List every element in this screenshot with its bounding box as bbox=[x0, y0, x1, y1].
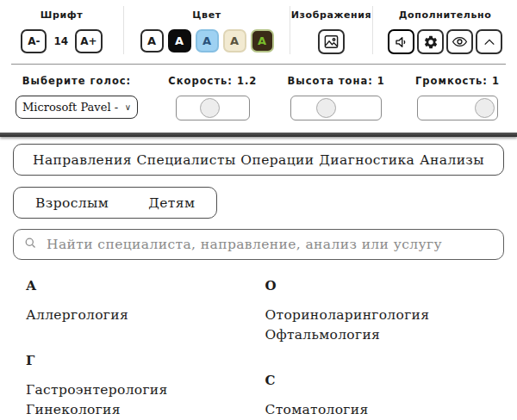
directory-group-s: С Стоматология bbox=[265, 373, 505, 420]
images-section-label: Изображения bbox=[291, 9, 372, 21]
tab-specialists[interactable]: Специалисты bbox=[137, 152, 236, 168]
color-scheme-black-button[interactable]: A bbox=[168, 29, 191, 52]
color-scheme-white-button[interactable]: A bbox=[140, 29, 164, 52]
images-section: Изображения bbox=[290, 6, 373, 54]
tab-adults[interactable]: Взрослым bbox=[35, 195, 109, 211]
color-scheme-brown-button[interactable]: A bbox=[251, 29, 274, 52]
directory-item-stomatology[interactable]: Стоматология bbox=[265, 400, 505, 420]
volume-slider[interactable] bbox=[417, 96, 498, 120]
directory-group-a: А Аллергология bbox=[26, 278, 265, 325]
group-letter: О bbox=[265, 278, 505, 293]
eye-icon bbox=[452, 34, 468, 50]
collapse-panel-button[interactable] bbox=[476, 29, 502, 54]
speech-settings-row: Выберите голос: Microsoft Pavel - ∨ Скор… bbox=[0, 65, 517, 120]
group-letter: С bbox=[265, 373, 505, 388]
search-input[interactable] bbox=[45, 236, 493, 253]
settings-button[interactable] bbox=[417, 29, 444, 54]
chevron-up-icon bbox=[482, 34, 497, 50]
tab-directions[interactable]: Направления bbox=[33, 152, 132, 168]
pitch-slider[interactable] bbox=[290, 96, 382, 120]
tab-children[interactable]: Детям bbox=[148, 195, 195, 211]
color-section-label: Цвет bbox=[192, 9, 221, 21]
directory-group-g: Г Гастроэнтерология Гинекология bbox=[26, 353, 265, 420]
search-icon bbox=[24, 237, 37, 253]
directory-item-gynecology[interactable]: Гинекология bbox=[26, 400, 265, 420]
speed-slider[interactable] bbox=[176, 96, 250, 120]
search-bar bbox=[13, 229, 504, 260]
tab-diagnostics[interactable]: Диагностика bbox=[319, 152, 414, 168]
image-icon bbox=[323, 34, 339, 50]
directory-item-allergology[interactable]: Аллергология bbox=[26, 306, 265, 325]
directory-column-left: А Аллергология Г Гастроэнтерология Гинек… bbox=[26, 278, 265, 420]
font-size-value: 14 bbox=[52, 35, 70, 47]
volume-slider-thumb[interactable] bbox=[475, 98, 495, 118]
select-caret-icon: ∨ bbox=[125, 102, 131, 112]
color-section: Цвет A A A A A bbox=[124, 6, 290, 54]
font-section-label: Шрифт bbox=[40, 9, 83, 21]
directory-column-right: О Оториноларингология Офтальмология С Ст… bbox=[265, 278, 505, 420]
speed-column: Скорость: 1.2 bbox=[168, 75, 257, 120]
group-letter: Г bbox=[26, 353, 265, 368]
main-nav-tabs: Направления Специалисты Операции Диагнос… bbox=[13, 144, 504, 176]
voice-column: Выберите голос: Microsoft Pavel - ∨ bbox=[16, 75, 138, 119]
voice-select[interactable]: Microsoft Pavel - ∨ bbox=[16, 96, 138, 119]
directory-group-o: О Оториноларингология Офтальмология bbox=[265, 278, 505, 345]
toggle-images-button[interactable] bbox=[318, 29, 345, 54]
speech-button[interactable] bbox=[388, 29, 414, 54]
extra-section-label: Дополнительно bbox=[399, 9, 492, 21]
page-content: Направления Специалисты Операции Диагнос… bbox=[0, 137, 517, 420]
voice-select-value: Microsoft Pavel - bbox=[22, 101, 118, 114]
speed-slider-thumb[interactable] bbox=[200, 98, 220, 118]
gear-icon bbox=[423, 34, 439, 50]
font-decrease-button[interactable]: A- bbox=[21, 29, 47, 53]
directory-list: А Аллергология Г Гастроэнтерология Гинек… bbox=[13, 278, 504, 420]
directory-item-otorhinolaryngology[interactable]: Оториноларингология bbox=[265, 306, 505, 325]
color-scheme-blue-button[interactable]: A bbox=[196, 29, 219, 52]
pitch-label: Высота тона: 1 bbox=[288, 75, 385, 87]
group-letter: А bbox=[26, 278, 265, 293]
accessibility-toolbar: Шрифт A- 14 A+ Цвет A A A A A Изображени… bbox=[0, 0, 517, 64]
directory-item-gastroenterology[interactable]: Гастроэнтерология bbox=[26, 380, 265, 400]
audience-tabs: Взрослым Детям bbox=[13, 187, 217, 219]
volume-label: Громкость: 1 bbox=[415, 75, 500, 87]
speaker-icon bbox=[394, 34, 409, 50]
volume-column: Громкость: 1 bbox=[415, 75, 500, 120]
font-section: Шрифт A- 14 A+ bbox=[0, 6, 124, 54]
tab-analyses[interactable]: Анализы bbox=[420, 152, 484, 168]
vision-button[interactable] bbox=[446, 29, 473, 54]
tab-operations[interactable]: Операции bbox=[240, 152, 314, 168]
color-scheme-beige-button[interactable]: A bbox=[223, 29, 246, 52]
voice-label: Выберите голос: bbox=[22, 75, 131, 87]
font-increase-button[interactable]: A+ bbox=[75, 29, 102, 53]
speed-label: Скорость: 1.2 bbox=[168, 75, 257, 87]
directory-item-ophthalmology[interactable]: Офтальмология bbox=[265, 325, 505, 345]
extra-section: Дополнительно bbox=[373, 6, 517, 54]
pitch-column: Высота тона: 1 bbox=[288, 75, 385, 120]
pitch-slider-thumb[interactable] bbox=[316, 98, 336, 118]
